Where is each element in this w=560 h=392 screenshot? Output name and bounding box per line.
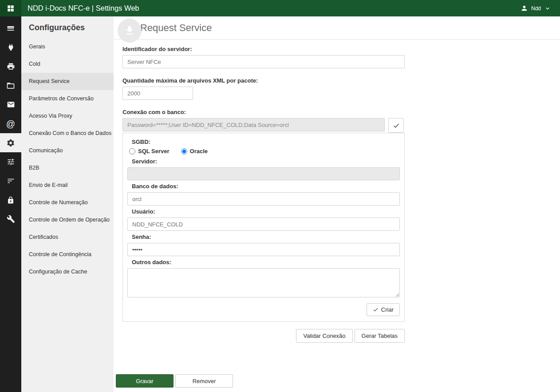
senha-input[interactable]: [127, 243, 400, 256]
connection-actions: Validar Conexão Gerar Tabelas: [122, 329, 405, 343]
rail-item-sliders[interactable]: [0, 152, 21, 171]
banco-input[interactable]: [127, 192, 400, 206]
user-name: Ndd: [531, 5, 541, 12]
server-id-input[interactable]: [122, 55, 405, 68]
radio-oracle-label: Oracle: [190, 148, 208, 154]
rail-item-folder[interactable]: [0, 76, 21, 95]
connection-label: Conexão com o banco:: [122, 109, 560, 115]
server-id-label: Identificador do servidor:: [122, 46, 560, 52]
criar-button[interactable]: Criar: [367, 303, 400, 316]
check-icon: [393, 122, 400, 129]
servidor-input: [127, 167, 400, 180]
lock-icon: [7, 196, 15, 204]
icon-rail: @: [0, 16, 21, 392]
main-content: Request Service Identificador do servido…: [114, 16, 560, 392]
sidebar-item-controle-numeracao[interactable]: Controle de Numeração: [21, 194, 114, 211]
usuario-input[interactable]: [127, 218, 400, 231]
sidebar-item-controle-ordem[interactable]: Controle de Ordem de Operação: [21, 211, 114, 229]
rail-item-mail[interactable]: [0, 95, 21, 114]
sidebar-item-b2b[interactable]: B2B: [21, 159, 114, 177]
connection-string-input: [122, 118, 385, 131]
sidebar-item-gerais[interactable]: Gerais: [21, 38, 114, 55]
sliders-icon: [7, 158, 15, 166]
rail-item-tools[interactable]: [0, 210, 21, 229]
gear-icon: [6, 139, 15, 147]
folder-open-icon: [6, 81, 15, 90]
rail-item-settings[interactable]: [0, 133, 21, 152]
printer-icon: [7, 62, 15, 71]
sidebar-item-request-service[interactable]: Request Service: [21, 73, 114, 90]
sidebar-heading: Configurações: [21, 16, 114, 38]
senha-label: Senha:: [132, 234, 400, 240]
radio-oracle[interactable]: [181, 148, 187, 154]
wrench-icon: [7, 215, 15, 223]
banco-label: Banco de dados:: [132, 183, 400, 190]
radio-sqlserver-label: SQL Server: [138, 148, 170, 154]
sidebar-item-comunicacao[interactable]: Comunicação: [21, 142, 114, 159]
sidebar-item-conexao-banco[interactable]: Conexão Com o Banco de Dados: [21, 125, 114, 142]
radio-option-oracle[interactable]: Oracle: [181, 148, 208, 154]
connection-detail-panel: SGBD: SQL Server Oracle Servidor: Banco …: [122, 133, 405, 322]
plug-icon: [7, 43, 15, 51]
footer-actions: Gravar Remover: [116, 374, 233, 388]
max-xml-label: Quantidade máxima de arquivos XML por pa…: [122, 77, 560, 84]
sidebar-item-certificados[interactable]: Certificados: [21, 229, 114, 246]
sidebar-item-controle-contingencia[interactable]: Controle de Contingência: [21, 246, 114, 263]
rail-item-printer[interactable]: [0, 57, 21, 76]
outros-dados-label: Outros dados:: [132, 259, 400, 265]
menu-toggle-button[interactable]: [0, 19, 21, 38]
request-service-badge: [118, 19, 142, 43]
rail-item-list[interactable]: [0, 171, 21, 190]
connection-group: Conexão com o banco:: [122, 109, 560, 133]
rail-item-at[interactable]: @: [0, 114, 21, 133]
menu-icon: [6, 24, 15, 33]
validar-conexao-button[interactable]: Validar Conexão: [296, 329, 352, 343]
sidebar-item-configuracao-cache[interactable]: Configuração de Cache: [21, 263, 114, 281]
connection-row: [122, 118, 560, 133]
max-xml-group: Quantidade máxima de arquivos XML por pa…: [122, 77, 560, 100]
radio-sqlserver[interactable]: [129, 148, 135, 154]
sort-icon: [7, 177, 15, 185]
at-icon: @: [6, 119, 15, 128]
criar-button-label: Criar: [381, 306, 394, 313]
app-launcher-button[interactable]: [0, 0, 21, 16]
gravar-button[interactable]: Gravar: [116, 374, 174, 388]
request-service-form: Identificador do servidor: Quantidade má…: [114, 40, 560, 343]
sidebar-item-cold[interactable]: Cold: [21, 55, 114, 73]
sidebar: Configurações Gerais Cold Request Servic…: [21, 16, 114, 392]
connection-confirm-button[interactable]: [388, 118, 404, 133]
criar-row: Criar: [127, 303, 400, 316]
server-id-group: Identificador do servidor:: [122, 46, 560, 68]
sidebar-item-envio-email[interactable]: Envio de E-mail: [21, 177, 114, 194]
sidebar-item-acesso-proxy[interactable]: Acesso Via Proxy: [21, 107, 114, 125]
page-title: Request Service: [140, 22, 212, 34]
outros-dados-textarea[interactable]: [127, 268, 400, 297]
download-icon: [124, 25, 135, 36]
rail-item-plug[interactable]: [0, 38, 21, 57]
app-title: NDD i-Docs NFC-e | Settings Web: [28, 4, 139, 12]
gerar-tabelas-button[interactable]: Gerar Tabelas: [355, 329, 405, 343]
radio-option-sqlserver[interactable]: SQL Server: [129, 148, 170, 154]
servidor-label: Servidor:: [132, 158, 400, 165]
user-icon: [521, 4, 528, 12]
sgbd-radio-group: SQL Server Oracle: [129, 148, 400, 154]
rail-item-security[interactable]: [0, 190, 21, 210]
apps-grid-icon: [7, 4, 15, 12]
chevron-down-icon: [544, 5, 551, 12]
envelope-icon: [7, 100, 15, 109]
check-icon: [373, 307, 379, 313]
sgbd-label: SGBD:: [132, 139, 400, 145]
sidebar-item-parametros-conversao[interactable]: Parâmetros de Conversão: [21, 90, 114, 107]
usuario-label: Usuário:: [132, 208, 400, 215]
remover-button[interactable]: Remover: [175, 374, 233, 388]
page-header: Request Service: [114, 16, 560, 40]
max-xml-input[interactable]: [122, 87, 193, 100]
topbar: NDD i-Docs NFC-e | Settings Web Ndd: [0, 0, 560, 16]
user-menu[interactable]: Ndd: [521, 4, 560, 12]
